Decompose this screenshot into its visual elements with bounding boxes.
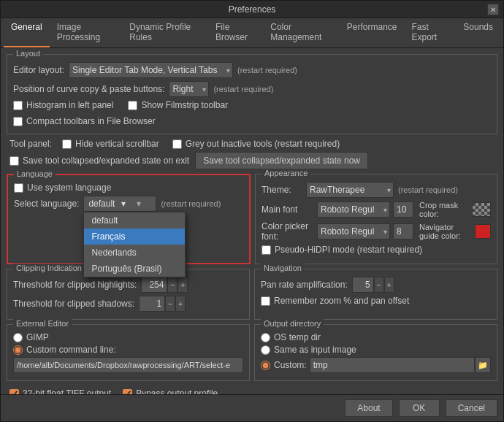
main-font-select-wrapper: Roboto Regular: [317, 202, 390, 218]
color-picker-label: Color picker font:: [261, 221, 313, 242]
tab-image-processing[interactable]: Image Processing: [50, 18, 123, 47]
tiff-output-checkbox[interactable]: [9, 389, 19, 395]
lang-option-default[interactable]: default: [84, 212, 185, 229]
bypass-profile-row: Bypass output profile: [123, 388, 218, 394]
output-directory-section: Output directory OS temp dir Same as inp…: [254, 324, 497, 381]
crop-mask-swatch[interactable]: [472, 202, 491, 217]
language-select-button[interactable]: default ▾: [83, 196, 156, 212]
main-font-row: Main font Roboto Regular Crop mask color…: [261, 201, 491, 218]
theme-select[interactable]: RawTherapee: [306, 182, 394, 198]
same-as-radio[interactable]: [261, 345, 270, 355]
histogram-checkbox[interactable]: [13, 101, 23, 110]
position-select[interactable]: Right: [169, 81, 209, 97]
lang-option-francais[interactable]: Français: [84, 229, 185, 245]
theme-select-wrapper: RawTherapee: [306, 182, 394, 198]
position-label: Position of curve copy & paste buttons:: [13, 84, 164, 94]
remember-zoom-row: Remember zoom % and pan offset: [261, 296, 491, 306]
external-editor-section: External Editor GIMP Custom command line…: [7, 324, 250, 381]
remember-zoom-checkbox[interactable]: [261, 296, 270, 306]
custom-cmd-input-row: [13, 357, 243, 373]
custom-output-input[interactable]: [310, 357, 475, 373]
pan-rate-label: Pan rate amplification:: [261, 280, 348, 290]
cancel-button[interactable]: Cancel: [446, 399, 497, 417]
window-title: Preferences: [229, 4, 276, 15]
crop-mask-label: Crop mask color:: [419, 201, 469, 218]
color-picker-size-input[interactable]: [393, 223, 413, 239]
pan-decrement[interactable]: −: [374, 277, 384, 293]
highlights-decrement[interactable]: −: [167, 277, 177, 293]
use-system-lang-row: Use system language: [14, 183, 243, 193]
editor-layout-select[interactable]: Single Editor Tab Mode, Vertical Tabs: [69, 62, 233, 78]
remember-zoom-label: Remember zoom % and pan offset: [274, 296, 409, 306]
pseudo-hidpi-checkbox[interactable]: [261, 245, 271, 255]
output-directory-title: Output directory: [261, 319, 324, 328]
custom-cmd-radio[interactable]: [13, 345, 23, 355]
custom-cmd-radio-row: Custom command line:: [13, 345, 243, 355]
pan-rate-row: Pan rate amplification: − +: [261, 277, 491, 293]
gimp-radio-row: GIMP: [13, 332, 243, 342]
external-editor-title: External Editor: [13, 319, 72, 328]
hide-scrollbar-label: Hide vertical scrollbar: [75, 139, 159, 149]
main-window: Preferences ✕ General Image Processing D…: [0, 0, 504, 422]
gimp-radio[interactable]: [13, 333, 23, 342]
editor-layout-label: Editor layout:: [13, 65, 64, 75]
tab-performance[interactable]: Performance: [340, 18, 405, 47]
language-dropdown-wrapper[interactable]: default ▾ default Français Nederlands Po…: [83, 196, 156, 212]
use-system-lang-checkbox[interactable]: [14, 183, 23, 193]
same-as-row: Same as input image: [261, 345, 491, 355]
main-font-size-input[interactable]: [393, 202, 413, 218]
custom-output-radio[interactable]: [261, 361, 270, 370]
save-state-checkbox[interactable]: [9, 156, 19, 166]
language-note: (restart required): [161, 199, 221, 208]
tab-color-management[interactable]: Color Management: [263, 18, 340, 47]
theme-row: Theme: RawTherapee (restart required): [261, 182, 491, 198]
hide-scrollbar-checkbox[interactable]: [62, 139, 72, 149]
use-system-lang-label: Use system language: [27, 183, 111, 193]
color-picker-row: Color picker font: Roboto Regular Naviga…: [261, 221, 491, 242]
tab-fast-export[interactable]: Fast Export: [404, 18, 456, 47]
os-temp-row: OS temp dir: [261, 332, 491, 342]
color-picker-select[interactable]: Roboto Regular: [317, 223, 390, 239]
language-dropdown: default Français Nederlands Português (B…: [83, 212, 186, 277]
shadows-spinbox: − +: [139, 296, 186, 312]
filmstrip-checkbox[interactable]: [128, 101, 137, 110]
compact-checkbox[interactable]: [13, 117, 23, 126]
tab-sounds[interactable]: Sounds: [456, 18, 500, 47]
editor-layout-note: (restart required): [237, 66, 297, 74]
tab-general[interactable]: General: [4, 18, 50, 47]
close-button[interactable]: ✕: [487, 4, 499, 15]
pan-increment[interactable]: +: [384, 277, 394, 293]
custom-cmd-input[interactable]: [13, 357, 243, 373]
browse-folder-button[interactable]: 📁: [475, 357, 491, 373]
about-button[interactable]: About: [345, 399, 392, 417]
save-now-button[interactable]: Save tool collapsed/expanded state now: [195, 152, 368, 169]
main-font-select[interactable]: Roboto Regular: [317, 202, 390, 218]
tiff-output-row: 32-bit float TIFF output: [9, 388, 111, 394]
ok-button[interactable]: OK: [399, 399, 440, 417]
grey-out-checkbox[interactable]: [172, 139, 182, 149]
chevron-down-icon: ▾: [121, 199, 126, 209]
navigator-guide-swatch[interactable]: [475, 224, 491, 239]
lang-option-nederlands[interactable]: Nederlands: [84, 245, 185, 261]
tab-dynamic-profile-rules[interactable]: Dynamic Profile Rules: [122, 18, 208, 47]
shadows-increment[interactable]: +: [175, 296, 186, 312]
navigator-guide-label: Navigator guide color:: [419, 223, 472, 240]
highlights-value-input[interactable]: [141, 277, 167, 293]
navigation-section: Navigation Pan rate amplification: − + R…: [254, 269, 497, 320]
ext-output-row: External Editor GIMP Custom command line…: [7, 324, 497, 385]
os-temp-radio[interactable]: [261, 333, 270, 342]
main-content: Layout Editor layout: Single Editor Tab …: [1, 48, 503, 394]
shadows-value-input[interactable]: [139, 296, 165, 312]
bottom-bar: About OK Cancel: [1, 394, 503, 421]
pan-value-input[interactable]: [352, 277, 374, 293]
lang-option-portugues[interactable]: Português (Brasil): [84, 261, 185, 277]
filmstrip-row: Show Filmstrip toolbar: [128, 100, 228, 110]
highlights-increment[interactable]: +: [177, 277, 188, 293]
highlights-label: Threshold for clipped highlights:: [13, 280, 137, 290]
position-note: (restart required): [213, 85, 273, 93]
save-state-label: Save tool collapsed/expanded state on ex…: [23, 156, 189, 166]
tab-file-browser[interactable]: File Browser: [208, 18, 263, 47]
shadows-decrement[interactable]: −: [165, 296, 175, 312]
bypass-profile-checkbox[interactable]: [123, 389, 132, 395]
hide-scrollbar-row: Hide vertical scrollbar: [62, 139, 159, 149]
